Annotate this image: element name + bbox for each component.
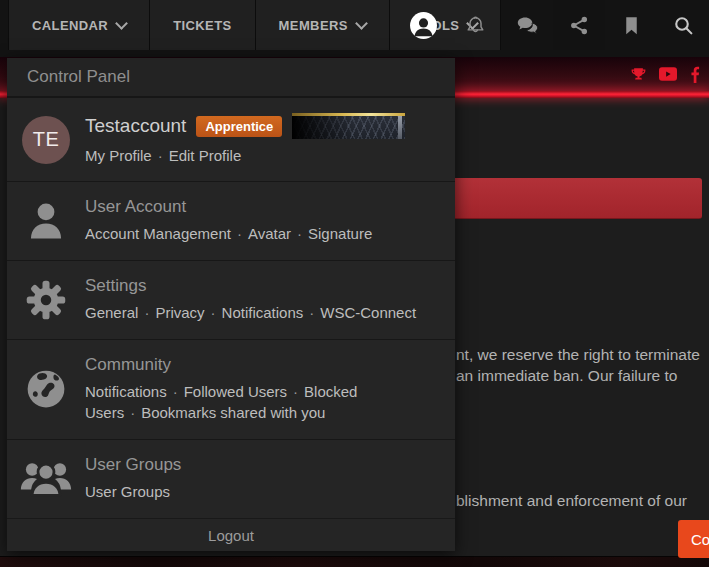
share-button[interactable] — [553, 0, 605, 50]
user-rank-image — [292, 113, 405, 139]
nav-item-label: MEMBERS — [279, 18, 348, 33]
link-notifications[interactable]: Notifications — [222, 304, 304, 321]
section-user-account: User Account Account Management·Avatar·S… — [7, 182, 455, 261]
section-links: User Groups — [85, 481, 441, 502]
logout-link[interactable]: Logout — [208, 527, 254, 544]
section-title: User Groups — [85, 455, 441, 475]
section-links: General·Privacy·Notifications·WSC-Connec… — [85, 302, 441, 323]
link-separator: · — [293, 383, 298, 400]
section-links: Account Management·Avatar·Signature — [85, 223, 441, 244]
section-title: User Account — [85, 197, 441, 217]
page-text-fragment-3: blishment and enforcement of our — [456, 492, 687, 510]
link-wsc-connect[interactable]: WSC-Connect — [320, 304, 416, 321]
conversations-button[interactable] — [501, 0, 553, 50]
section-title: Community — [85, 355, 441, 375]
link-separator: · — [237, 225, 242, 242]
continue-button[interactable]: Co — [678, 520, 709, 558]
page-text-fragment-2: an immediate ban. Our failure to — [456, 367, 677, 385]
conversations-icon — [517, 15, 538, 36]
user-row: TE Testaccount Apprentice My Profile·Edi… — [7, 98, 455, 182]
control-panel-sections: User Account Account Management·Avatar·S… — [7, 182, 455, 518]
search-button[interactable] — [657, 0, 709, 50]
chevron-down-icon — [355, 17, 368, 30]
section-community: Community Notifications·Followed Users·B… — [7, 340, 455, 440]
page-bottom-texture — [0, 556, 709, 567]
link-user-groups[interactable]: User Groups — [85, 483, 170, 500]
link-my-profile[interactable]: My Profile — [85, 147, 152, 164]
youtube-icon[interactable] — [659, 67, 677, 81]
users-icon — [20, 458, 72, 500]
link-privacy[interactable]: Privacy — [155, 304, 204, 321]
search-icon — [673, 15, 694, 36]
link-edit-profile[interactable]: Edit Profile — [169, 147, 242, 164]
facebook-icon[interactable] — [690, 66, 700, 83]
dropdown-footer: Logout — [7, 518, 455, 551]
control-panel-dropdown: Control Panel TE Testaccount Apprentice … — [7, 58, 455, 551]
trophy-icon[interactable] — [631, 67, 646, 82]
link-separator: · — [211, 304, 216, 321]
user-avatar-icon — [409, 11, 438, 40]
section-settings: Settings General·Privacy·Notifications·W… — [7, 261, 455, 340]
link-separator: · — [144, 304, 149, 321]
user-links: My Profile·Edit Profile — [85, 145, 441, 166]
link-separator: · — [309, 304, 314, 321]
section-title: Settings — [85, 276, 441, 296]
social-icons — [631, 57, 700, 91]
link-bookmarks-shared-with-you[interactable]: Bookmarks shared with you — [141, 404, 325, 421]
share-icon — [569, 15, 590, 36]
gear-icon — [24, 279, 68, 321]
bookmarks-button[interactable] — [605, 0, 657, 50]
notifications-button[interactable] — [449, 0, 501, 50]
nav-icon-buttons — [397, 0, 709, 50]
section-links: Notifications·Followed Users·Blocked Use… — [85, 381, 441, 423]
notifications-bell-icon — [465, 15, 486, 36]
link-notifications[interactable]: Notifications — [85, 383, 167, 400]
link-separator: · — [173, 383, 178, 400]
nav-item-label: CALENDAR — [32, 18, 108, 33]
nav-item-tickets[interactable]: TICKETS — [150, 0, 255, 50]
nav-item-members[interactable]: MEMBERS — [256, 0, 390, 50]
link-account-management[interactable]: Account Management — [85, 225, 231, 242]
user-avatar[interactable]: TE — [22, 116, 70, 164]
username[interactable]: Testaccount — [85, 115, 186, 137]
top-navigation: CALENDARTICKETSMEMBERSTOOLS — [0, 0, 709, 57]
link-avatar[interactable]: Avatar — [248, 225, 291, 242]
screen: CALENDARTICKETSMEMBERSTOOLS — [0, 0, 709, 567]
link-separator: · — [158, 147, 163, 164]
link-followed-users[interactable]: Followed Users — [184, 383, 287, 400]
section-user-groups: User Groups User Groups — [7, 440, 455, 518]
chevron-down-icon — [115, 17, 128, 30]
bookmark-icon — [621, 15, 642, 36]
user-icon — [24, 200, 68, 242]
nav-item-calendar[interactable]: CALENDAR — [8, 0, 150, 50]
globe-icon — [24, 368, 68, 410]
user-menu-button[interactable] — [397, 0, 449, 50]
link-separator: · — [130, 404, 135, 421]
nav-item-label: TICKETS — [173, 18, 231, 33]
page-text-fragment-1: nt, we reserve the right to terminate — [456, 346, 700, 364]
link-signature[interactable]: Signature — [308, 225, 372, 242]
user-rank-badge: Apprentice — [196, 116, 282, 137]
control-panel-title: Control Panel — [7, 58, 455, 98]
link-general[interactable]: General — [85, 304, 138, 321]
link-separator: · — [297, 225, 302, 242]
